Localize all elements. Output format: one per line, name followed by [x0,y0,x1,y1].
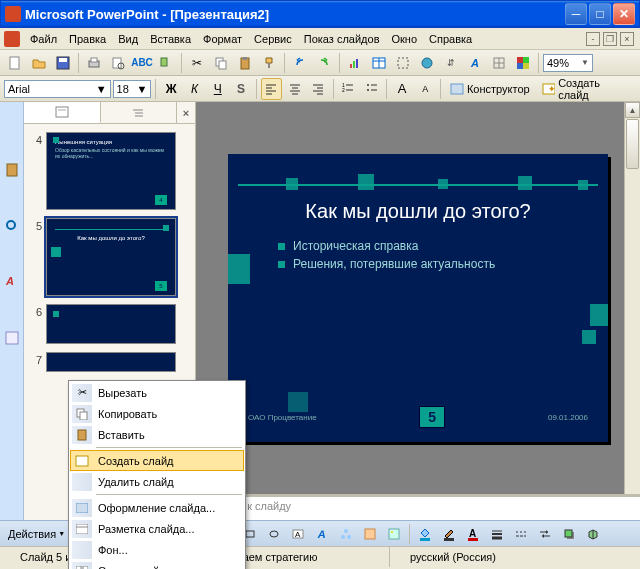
new-slide-button[interactable]: ✦Создать слайд [537,79,636,99]
menu-insert[interactable]: Вставка [144,31,197,47]
dash-style-button[interactable] [510,523,532,545]
align-right-button[interactable] [307,78,328,100]
minimize-button[interactable]: ─ [565,3,587,25]
mdi-restore-button[interactable]: ❐ [603,32,617,46]
thumbnail-5[interactable]: 5 Как мы дошли до этого? 5 [24,214,195,300]
slide-number: 5 [419,406,445,428]
print-preview-button[interactable] [107,52,129,74]
thumbnail-4[interactable]: 4 Нынешняя ситуация Обзор касательных со… [24,128,195,214]
redo-button[interactable] [313,52,335,74]
panel-close-button[interactable]: × [177,107,195,119]
status-language[interactable]: русский (Россия) [390,547,640,567]
mdi-minimize-button[interactable]: - [586,32,600,46]
format-painter-button[interactable] [258,52,280,74]
slide-title: Как мы дошли до этого? [228,154,608,235]
research-button[interactable] [155,52,177,74]
document-icon[interactable] [4,31,20,47]
mdi-close-button[interactable]: × [620,32,634,46]
slide-date: 09.01.2006 [548,413,588,422]
save-button[interactable] [52,52,74,74]
slide-editor: Как мы дошли до этого? Историческая спра… [196,102,640,520]
ctx-paste[interactable]: Вставить [70,424,244,445]
menu-view[interactable]: Вид [112,31,144,47]
increase-font-button[interactable]: A [391,78,412,100]
menu-tools[interactable]: Сервис [248,31,298,47]
close-button[interactable]: ✕ [613,3,635,25]
decrease-font-button[interactable]: A [415,78,436,100]
shadow-button[interactable]: S [230,78,251,100]
undo-button[interactable] [289,52,311,74]
slide-canvas[interactable]: Как мы дошли до этого? Историческая спра… [228,154,608,442]
show-formatting-button[interactable]: A [464,52,486,74]
font-color-button[interactable]: A [462,523,484,545]
menu-file[interactable]: Файл [24,31,63,47]
arrow-style-button[interactable] [534,523,556,545]
wordart-button[interactable]: A [311,523,333,545]
restore-pane-icon[interactable] [4,330,20,346]
new-button[interactable] [4,52,26,74]
3d-style-button[interactable] [582,523,604,545]
shadow-style-button[interactable] [558,523,580,545]
search-pane-icon[interactable] [4,218,20,234]
menu-slideshow[interactable]: Показ слайдов [298,31,386,47]
maximize-button[interactable]: □ [589,3,611,25]
ctx-cut[interactable]: ✂Вырезать [70,382,244,403]
picture-button[interactable] [383,523,405,545]
paste-button[interactable] [234,52,256,74]
menu-help[interactable]: Справка [423,31,478,47]
actions-menu[interactable]: Действия ▼ [4,528,69,540]
slide-design-button[interactable]: Конструктор [445,79,535,99]
ctx-background[interactable]: Фон... [70,539,244,560]
insert-chart-button[interactable] [344,52,366,74]
slides-tab[interactable] [24,102,101,123]
align-left-button[interactable] [261,78,282,100]
insert-hyperlink-button[interactable] [416,52,438,74]
expand-all-button[interactable]: ⇵ [440,52,462,74]
clipart-button[interactable] [359,523,381,545]
bullets-button[interactable] [361,78,382,100]
svg-text:A: A [5,275,14,287]
outline-tab[interactable] [101,102,178,123]
line-color-button[interactable] [438,523,460,545]
notes-pane[interactable]: Заметки к слайду [196,494,640,520]
ctx-delete-slide[interactable]: Удалить слайд [70,471,244,492]
menu-format[interactable]: Формат [197,31,248,47]
font-color-pane-icon[interactable]: A [4,274,20,290]
ctx-transition[interactable]: Смена слайдов... [70,560,244,569]
underline-button[interactable]: Ч [207,78,228,100]
italic-button[interactable]: К [184,78,205,100]
fill-color-button[interactable] [414,523,436,545]
oval-button[interactable] [263,523,285,545]
menu-edit[interactable]: Правка [63,31,112,47]
textbox-button[interactable]: A [287,523,309,545]
numbering-button[interactable]: 12 [338,78,359,100]
spellcheck-button[interactable]: ABC [131,52,153,74]
font-size-combo[interactable]: 18▼ [113,80,152,98]
ctx-slide-layout[interactable]: Разметка слайда... [70,518,244,539]
bold-button[interactable]: Ж [160,78,181,100]
open-button[interactable] [28,52,50,74]
vertical-scrollbar[interactable]: ▲ [624,102,640,494]
print-button[interactable] [83,52,105,74]
color-button[interactable] [512,52,534,74]
font-combo[interactable]: Arial▼ [4,80,111,98]
ctx-slide-design[interactable]: Оформление слайда... [70,497,244,518]
thumbnail-7[interactable]: 7 [24,348,195,376]
ctx-copy[interactable]: Копировать [70,403,244,424]
show-grid-button[interactable] [488,52,510,74]
thumbnail-6[interactable]: 6 [24,300,195,348]
diagram-button[interactable] [335,523,357,545]
copy-button[interactable] [210,52,232,74]
svg-rect-1 [57,57,69,69]
tables-borders-button[interactable] [392,52,414,74]
menu-window[interactable]: Окно [386,31,424,47]
line-style-button[interactable] [486,523,508,545]
insert-table-button[interactable] [368,52,390,74]
cut-button[interactable]: ✂ [186,52,208,74]
align-center-button[interactable] [284,78,305,100]
context-menu: ✂Вырезать Копировать Вставить Создать сл… [68,380,246,569]
ctx-new-slide[interactable]: Создать слайд [70,450,244,471]
clipboard-icon[interactable] [4,162,20,178]
svg-rect-16 [373,58,385,68]
zoom-combo[interactable]: 49%▼ [543,54,593,72]
